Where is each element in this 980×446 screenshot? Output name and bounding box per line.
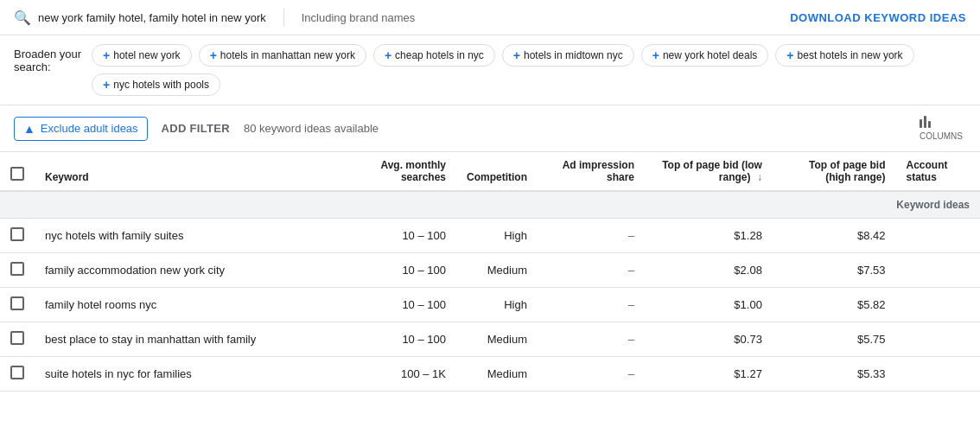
row-competition-3: High [456, 288, 538, 322]
row-keyword-1: nyc hotels with family suites [35, 219, 346, 253]
row-top-high-2: $7.53 [773, 253, 896, 288]
chip-label: best hotels in new york [798, 49, 903, 61]
row-keyword-4: best place to stay in manhattan with fam… [35, 322, 346, 357]
filter-bar: ▲ Exclude adult ideas ADD FILTER 80 keyw… [0, 105, 980, 152]
keyword-table: Keyword Avg. monthly searches Competitio… [0, 152, 980, 392]
broaden-section: Broaden yoursearch: +hotel new york +hot… [0, 35, 980, 105]
chip-best-hotels-ny[interactable]: +best hotels in new york [775, 44, 913, 67]
chip-label: hotels in midtown nyc [524, 49, 623, 61]
chip-label: cheap hotels in nyc [395, 49, 484, 61]
row-checkbox-cell-2[interactable] [0, 253, 35, 288]
chip-new-york-hotel-deals[interactable]: +new york hotel deals [641, 44, 769, 67]
chip-plus-icon: + [786, 48, 793, 62]
chip-label: nyc hotels with pools [113, 79, 209, 91]
chip-plus-icon: + [385, 48, 391, 62]
row-top-low-4: $0.73 [645, 322, 773, 357]
chip-label: hotels in manhattan new york [220, 49, 355, 61]
row-ad-impression-2: – [538, 253, 645, 288]
header-competition[interactable]: Competition [456, 152, 538, 191]
broaden-chips: +hotel new york +hotels in manhattan new… [92, 44, 966, 96]
filter-icon: ▲ [23, 122, 35, 136]
row-account-status-2 [895, 253, 980, 288]
chip-nyc-hotels-pools[interactable]: +nyc hotels with pools [92, 73, 220, 96]
row-top-low-5: $1.27 [645, 357, 773, 392]
row-account-status-4 [895, 322, 980, 357]
download-keyword-ideas-button[interactable]: DOWNLOAD KEYWORD IDEAS [790, 11, 966, 24]
exclude-label: Exclude adult ideas [41, 122, 138, 135]
chip-plus-icon: + [103, 78, 110, 92]
row-ad-impression-4: – [538, 322, 645, 357]
row-avg-4: 10 – 100 [346, 322, 456, 357]
row-keyword-3: family hotel rooms nyc [35, 288, 346, 322]
search-bar: 🔍 new york family hotel, family hotel in… [0, 0, 980, 35]
chip-plus-icon: + [652, 48, 659, 62]
table-row: suite hotels in nyc for families 100 – 1… [0, 357, 980, 392]
chip-hotel-new-york[interactable]: +hotel new york [92, 44, 192, 67]
chip-label: hotel new york [113, 49, 180, 61]
row-checkbox-cell-5[interactable] [0, 357, 35, 392]
row-checkbox-cell-1[interactable] [0, 219, 35, 253]
row-top-low-1: $1.28 [645, 219, 773, 253]
table-row: best place to stay in manhattan with fam… [0, 322, 980, 357]
row-top-high-5: $5.33 [773, 357, 896, 392]
row-account-status-1 [895, 219, 980, 253]
table-row: family accommodation new york city 10 – … [0, 253, 980, 288]
broaden-label: Broaden yoursearch: [14, 44, 81, 73]
row-avg-5: 100 – 1K [346, 357, 456, 392]
chip-plus-icon: + [210, 48, 217, 62]
header-ad-impression[interactable]: Ad impression share [538, 152, 645, 191]
row-checkbox-5[interactable] [10, 366, 24, 379]
chip-label: new york hotel deals [663, 49, 757, 61]
row-account-status-5 [895, 357, 980, 392]
columns-icon [920, 116, 963, 128]
row-top-low-3: $1.00 [645, 288, 773, 322]
row-top-low-2: $2.08 [645, 253, 773, 288]
row-checkbox-4[interactable] [10, 331, 24, 345]
row-top-high-1: $8.42 [773, 219, 896, 253]
search-left: 🔍 new york family hotel, family hotel in… [14, 9, 790, 26]
header-checkbox-cell[interactable] [0, 152, 35, 191]
row-competition-4: Medium [456, 322, 538, 357]
header-avg-monthly[interactable]: Avg. monthly searches [346, 152, 456, 191]
search-icon: 🔍 [14, 10, 31, 26]
chip-plus-icon: + [103, 48, 110, 62]
chip-cheap-hotels-nyc[interactable]: +cheap hotels in nyc [373, 44, 495, 67]
row-checkbox-3[interactable] [10, 296, 24, 310]
search-divider [283, 9, 284, 26]
chip-hotels-manhattan[interactable]: +hotels in manhattan new york [199, 44, 366, 67]
header-account-status[interactable]: Account status [895, 152, 980, 191]
col-bar-2 [924, 116, 926, 128]
keyword-count: 80 keyword ideas available [244, 122, 379, 135]
add-filter-button[interactable]: ADD FILTER [162, 122, 230, 135]
row-competition-2: Medium [456, 253, 538, 288]
row-checkbox-1[interactable] [10, 227, 24, 241]
header-keyword[interactable]: Keyword [35, 152, 346, 191]
row-competition-5: Medium [456, 357, 538, 392]
columns-button[interactable]: COLUMNS [916, 112, 966, 144]
keyword-table-wrap: Keyword Avg. monthly searches Competitio… [0, 152, 980, 392]
exclude-adult-ideas-button[interactable]: ▲ Exclude adult ideas [14, 117, 148, 141]
header-top-low[interactable]: Top of page bid (low range) ↓ [645, 152, 773, 191]
row-keyword-5: suite hotels in nyc for families [35, 357, 346, 392]
row-keyword-2: family accommodation new york city [35, 253, 346, 288]
header-checkbox[interactable] [10, 167, 24, 181]
search-query: new york family hotel, family hotel in n… [38, 11, 266, 24]
brand-names-label[interactable]: Including brand names [302, 11, 416, 24]
row-ad-impression-3: – [538, 288, 645, 322]
row-avg-3: 10 – 100 [346, 288, 456, 322]
row-ad-impression-1: – [538, 219, 645, 253]
row-avg-2: 10 – 100 [346, 253, 456, 288]
row-top-high-4: $5.75 [773, 322, 896, 357]
table-header-row: Keyword Avg. monthly searches Competitio… [0, 152, 980, 191]
col-bar-3 [928, 121, 931, 128]
columns-label: COLUMNS [920, 131, 963, 141]
chip-plus-icon: + [513, 48, 520, 62]
group-row-label: Keyword ideas [0, 191, 980, 219]
header-top-high[interactable]: Top of page bid (high range) [773, 152, 896, 191]
row-checkbox-2[interactable] [10, 262, 24, 276]
row-checkbox-cell-4[interactable] [0, 322, 35, 357]
keyword-ideas-group-row: Keyword ideas [0, 191, 980, 219]
row-checkbox-cell-3[interactable] [0, 288, 35, 322]
chip-hotels-midtown[interactable]: +hotels in midtown nyc [502, 44, 634, 67]
row-avg-1: 10 – 100 [346, 219, 456, 253]
